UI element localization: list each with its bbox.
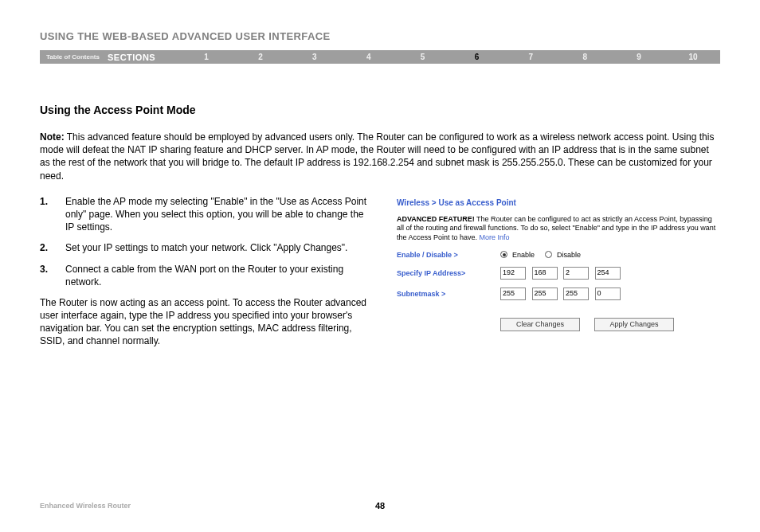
- nav-section-6[interactable]: 6: [450, 53, 504, 61]
- note-label: Note:: [40, 131, 65, 143]
- nav-section-2[interactable]: 2: [233, 53, 288, 61]
- footer-model-name: Enhanced Wireless Router: [40, 502, 131, 510]
- enable-radio-label: Enable: [512, 251, 535, 259]
- ip-octet-2[interactable]: 168: [532, 267, 558, 280]
- footer-page-number: 48: [375, 501, 385, 510]
- router-description: ADVANCED FEATURE! The Router can be conf…: [397, 215, 720, 243]
- page-subheading: Using the Access Point Mode: [40, 104, 720, 116]
- ip-octet-4[interactable]: 254: [595, 267, 621, 280]
- subnetmask-row: Subnetmask > 255 255 255 0: [397, 288, 720, 300]
- nav-section-5[interactable]: 5: [396, 53, 450, 61]
- note-paragraph: Note: This advanced feature should be em…: [40, 131, 720, 182]
- mask-octet-4[interactable]: 0: [595, 288, 621, 300]
- step-text: Set your IP settings to match your netwo…: [65, 241, 347, 254]
- nav-section-8[interactable]: 8: [558, 53, 612, 61]
- enable-disable-row: Enable / Disable > Enable Disable: [397, 251, 720, 259]
- toc-link[interactable]: Table of Contents: [40, 53, 108, 61]
- step-3: 3. Connect a cable from the WAN port on …: [40, 263, 374, 288]
- step-number: 2.: [40, 241, 65, 254]
- nav-section-7[interactable]: 7: [503, 53, 558, 61]
- router-breadcrumb: Wireless > Use as Access Point: [397, 198, 720, 207]
- nav-section-1[interactable]: 1: [179, 53, 233, 61]
- nav-section-9[interactable]: 9: [612, 53, 666, 61]
- follow-paragraph: The Router is now acting as an access po…: [40, 296, 374, 348]
- router-ui-screenshot: Wireless > Use as Access Point ADVANCED …: [397, 195, 720, 348]
- section-nav-bar: Table of Contents SECTIONS 1 2 3 4 5 6 7…: [40, 50, 720, 64]
- ip-octet-1[interactable]: 192: [500, 267, 526, 280]
- mask-octet-2[interactable]: 255: [532, 288, 558, 300]
- step-number: 3.: [40, 263, 65, 288]
- apply-changes-button[interactable]: Apply Changes: [594, 318, 674, 331]
- left-column: 1. Enable the AP mode my selecting "Enab…: [40, 195, 374, 348]
- mask-octet-3[interactable]: 255: [563, 288, 589, 300]
- step-number: 1.: [40, 195, 65, 234]
- step-2: 2. Set your IP settings to match your ne…: [40, 241, 374, 254]
- disable-radio-label: Disable: [557, 251, 581, 259]
- page-footer: Enhanced Wireless Router 48: [40, 502, 720, 510]
- sections-label: SECTIONS: [108, 53, 179, 62]
- step-1: 1. Enable the AP mode my selecting "Enab…: [40, 195, 374, 234]
- note-text: This advanced feature should be employed…: [40, 131, 714, 182]
- step-text: Enable the AP mode my selecting "Enable"…: [65, 195, 374, 234]
- clear-changes-button[interactable]: Clear Changes: [500, 318, 580, 331]
- section-header: USING THE WEB-BASED ADVANCED USER INTERF…: [40, 30, 720, 42]
- mask-octet-1[interactable]: 255: [500, 288, 526, 300]
- advanced-feature-label: ADVANCED FEATURE!: [397, 215, 475, 223]
- ip-address-label: Specify IP Address>: [397, 269, 500, 277]
- nav-section-4[interactable]: 4: [342, 53, 396, 61]
- nav-section-3[interactable]: 3: [288, 53, 342, 61]
- ip-octet-3[interactable]: 2: [563, 267, 589, 280]
- step-text: Connect a cable from the WAN port on the…: [65, 263, 374, 288]
- disable-radio[interactable]: [545, 251, 552, 258]
- subnetmask-label: Subnetmask >: [397, 290, 500, 298]
- enable-radio[interactable]: [500, 251, 507, 258]
- ip-address-row: Specify IP Address> 192 168 2 254: [397, 267, 720, 280]
- nav-section-10[interactable]: 10: [666, 53, 720, 61]
- enable-disable-label: Enable / Disable >: [397, 251, 500, 259]
- more-info-link[interactable]: More Info: [480, 233, 510, 241]
